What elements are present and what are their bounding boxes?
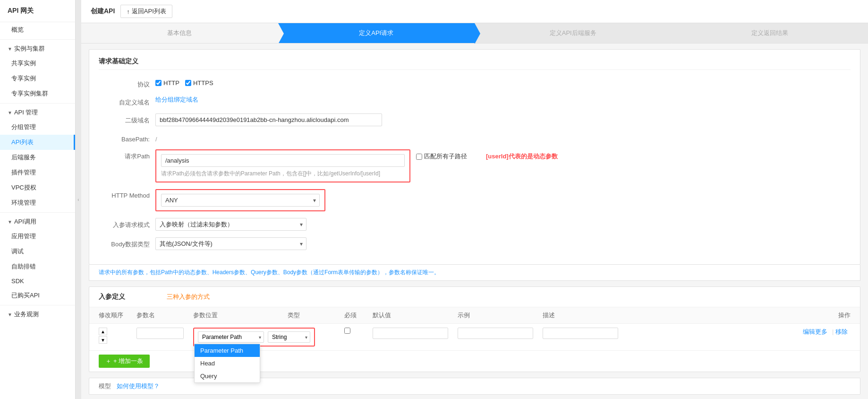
sidebar-item-plugin-management[interactable]: 插件管理 xyxy=(0,165,75,180)
col-header-type: 类型 xyxy=(288,311,344,320)
param-mode-content: 入参映射（过滤未知参数） 入参透传（透传所有参数） xyxy=(155,218,851,231)
custom-domain-label: 自定义域名 xyxy=(99,95,155,107)
match-sub-path-checkbox[interactable] xyxy=(416,154,422,160)
http-method-select-wrapper: ANY GET POST PUT DELETE HEAD OPTIONS PAT… xyxy=(161,194,320,207)
main-content: 创建API ↑ 返回API列表 基本信息 定义API请求 定义API后端服务 定… xyxy=(81,0,868,399)
http-method-red-box: ANY GET POST PUT DELETE HEAD OPTIONS PAT… xyxy=(155,189,325,211)
model-help-link[interactable]: 如何使用模型？ xyxy=(117,382,160,390)
subdomain-input[interactable] xyxy=(155,113,382,126)
sidebar-item-env-management[interactable]: 环境管理 xyxy=(0,195,75,210)
add-param-button[interactable]: ＋ + 增加一条 xyxy=(99,355,150,368)
custom-domain-row: 自定义域名 给分组绑定域名 xyxy=(99,95,851,107)
sidebar-item-instance-cluster[interactable]: 专享实例集群 xyxy=(0,86,75,101)
chevron-down-icon: ▼ xyxy=(8,110,12,115)
step-define-backend[interactable]: 定义API后端服务 xyxy=(475,23,672,43)
col-header-example: 示例 xyxy=(458,311,543,320)
type-select-wrapper: String Integer Long Float Double Boolean xyxy=(268,331,310,343)
popup-item-parameter-path[interactable]: Parameter Path xyxy=(195,344,260,357)
match-sub-path-container: 匹配所有子路径 xyxy=(416,152,467,161)
http-method-select[interactable]: ANY GET POST PUT DELETE HEAD OPTIONS PAT… xyxy=(161,194,320,207)
sidebar-item-debug[interactable]: 调试 xyxy=(0,244,75,259)
back-to-api-list-button[interactable]: ↑ 返回API列表 xyxy=(120,5,172,18)
remove-link[interactable]: 移除 xyxy=(835,328,848,335)
order-controls: ▲ ▼ xyxy=(99,328,136,344)
type-select[interactable]: String Integer Long Float Double Boolean xyxy=(268,331,310,343)
col-header-name: 参数名 xyxy=(136,311,193,320)
sidebar-item-shared-instance[interactable]: 共享实例 xyxy=(0,56,75,71)
col-header-position: 参数位置 xyxy=(193,311,288,320)
protocol-http-checkbox[interactable]: HTTP xyxy=(155,79,179,87)
http-checkbox[interactable] xyxy=(155,80,162,86)
sidebar-group-business-observe[interactable]: ▼ 业务观测 xyxy=(0,307,75,321)
position-select-wrapper: Parameter Path Head Query xyxy=(198,331,264,343)
chevron-down-icon: ▼ xyxy=(8,312,12,317)
step-define-request[interactable]: 定义API请求 xyxy=(278,23,475,43)
plus-icon: ＋ xyxy=(105,357,111,365)
param-mode-label: 入参请求模式 xyxy=(99,218,155,229)
sidebar-item-sdk[interactable]: SDK xyxy=(0,274,75,288)
popup-item-head[interactable]: Head xyxy=(195,357,260,370)
body-type-content: 其他(JSON/文件等) application/x-www-form-urle… xyxy=(155,237,851,250)
param-definition-section: 入参定义 三种入参的方式 修改顺序 参数名 参数位置 类型 必须 默认值 示例 … xyxy=(89,286,860,372)
http-method-label: HTTP Method xyxy=(99,189,155,199)
sidebar-item-self-troubleshoot[interactable]: 自助排错 xyxy=(0,259,75,274)
param-desc-input[interactable] xyxy=(543,328,618,339)
protocol-https-checkbox[interactable]: HTTPS xyxy=(185,79,213,87)
popup-item-query[interactable]: Query xyxy=(195,370,260,382)
col-header-required: 必须 xyxy=(344,311,373,320)
sidebar-item-app-management[interactable]: 应用管理 xyxy=(0,229,75,244)
request-path-inner: 请求Path必须包含请求参数中的Parameter Path，包含在[]中，比如… xyxy=(155,149,851,182)
sidebar-item-purchased-api[interactable]: 已购买API xyxy=(0,288,75,303)
custom-domain-content: 给分组绑定域名 xyxy=(155,95,851,104)
param-mode-select[interactable]: 入参映射（过滤未知参数） 入参透传（透传所有参数） xyxy=(155,218,306,231)
https-checkbox[interactable] xyxy=(185,80,191,86)
body-type-select[interactable]: 其他(JSON/文件等) application/x-www-form-urle… xyxy=(155,237,306,250)
order-down-button[interactable]: ▼ xyxy=(99,336,107,344)
request-path-red-box: 请求Path必须包含请求参数中的Parameter Path，包含在[]中，比如… xyxy=(155,149,410,182)
sidebar-item-group-management[interactable]: 分组管理 xyxy=(0,120,75,135)
subdomain-label: 二级域名 xyxy=(99,113,155,125)
param-default-input[interactable] xyxy=(373,328,448,339)
sidebar-title: API 网关 xyxy=(0,0,75,22)
divider xyxy=(0,212,75,213)
param-desc-cell xyxy=(543,328,628,339)
sidebar-group-api-management[interactable]: ▼ API 管理 xyxy=(0,105,75,120)
request-path-input[interactable] xyxy=(161,154,405,167)
sidebar-item-dedicated-instance[interactable]: 专享实例 xyxy=(0,71,75,86)
chevron-down-icon: ▼ xyxy=(8,219,12,225)
param-required-checkbox[interactable] xyxy=(344,328,350,334)
sidebar-group-api-call[interactable]: ▼ API调用 xyxy=(0,215,75,229)
bind-domain-link[interactable]: 给分组绑定域名 xyxy=(155,96,198,103)
position-select[interactable]: Parameter Path Head Query xyxy=(198,331,264,343)
section-title: 请求基础定义 xyxy=(99,57,851,70)
sidebar-item-backend-service[interactable]: 后端服务 xyxy=(0,150,75,165)
subdomain-content xyxy=(155,113,851,126)
dynamic-param-note: [userId]代表的是动态参数 xyxy=(486,152,558,161)
subdomain-row: 二级域名 xyxy=(99,113,851,126)
sidebar-group-instances[interactable]: ▼ 实例与集群 xyxy=(0,42,75,56)
bottom-label: 模型 xyxy=(99,382,111,390)
step-define-result[interactable]: 定义返回结果 xyxy=(672,23,868,43)
order-up-button[interactable]: ▲ xyxy=(99,328,107,335)
sidebar-item-vpc-auth[interactable]: VPC授权 xyxy=(0,180,75,195)
param-annotation: 三种入参的方式 xyxy=(167,293,210,301)
sidebar-item-overview[interactable]: 概览 xyxy=(0,22,75,37)
param-example-input[interactable] xyxy=(458,328,533,339)
param-required-cell xyxy=(344,328,373,335)
edit-more-link[interactable]: 编辑更多 xyxy=(803,328,827,335)
sidebar-collapse-handle[interactable]: ‹ xyxy=(76,0,81,399)
basepath-row: BasePath: / xyxy=(99,133,851,143)
request-path-container: 请求Path 请求Path必须包含请求参数中的Parameter Path，包含… xyxy=(99,149,851,182)
param-name-input[interactable] xyxy=(136,328,184,339)
param-default-cell xyxy=(373,328,458,339)
http-method-container: HTTP Method ANY GET POST PUT DELETE HEAD… xyxy=(99,189,851,211)
param-action-cell: 编辑更多 | 移除 xyxy=(628,328,851,336)
match-sub-path-label: 匹配所有子路径 xyxy=(424,152,467,161)
protocol-content: HTTP HTTPS xyxy=(155,78,851,87)
protocol-checkbox-group: HTTP HTTPS xyxy=(155,78,851,87)
notice-bar: 请求中的所有参数，包括Path中的动态参数、Headers参数、Query参数、… xyxy=(89,265,860,281)
step-basic-info[interactable]: 基本信息 xyxy=(81,23,278,43)
sidebar-item-api-list[interactable]: API列表 xyxy=(0,135,75,150)
param-name-cell xyxy=(136,328,193,339)
steps-container: 基本信息 定义API请求 定义API后端服务 定义返回结果 xyxy=(81,23,868,43)
